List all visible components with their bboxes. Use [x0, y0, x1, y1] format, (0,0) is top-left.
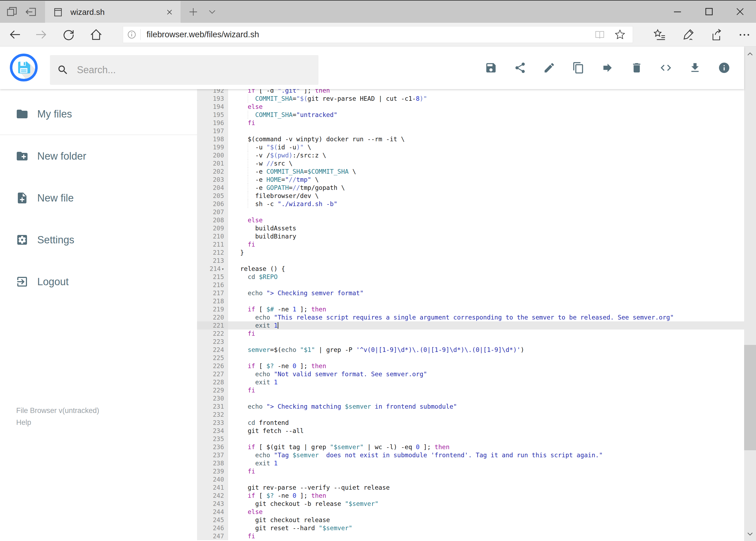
code-line[interactable]: 216 — [197, 281, 744, 289]
filebrowser-logo[interactable] — [10, 54, 38, 82]
code-line[interactable]: 223 — [197, 337, 744, 346]
code-line[interactable]: 246 git reset --hard "$semver" — [197, 524, 744, 532]
new-tab-button[interactable] — [186, 5, 200, 19]
scroll-down-button[interactable] — [744, 528, 756, 540]
code-line[interactable]: 236 if [ $(git tag | grep "$semver" | wc… — [197, 443, 744, 451]
delete-button[interactable] — [630, 62, 643, 74]
sidebar-item-my-files[interactable]: My files — [0, 101, 197, 127]
code-line[interactable]: 247 fi — [197, 532, 744, 540]
code-line[interactable]: 242 if [ $? -ne 0 ]; then — [197, 492, 744, 500]
set-aside-tabs-button[interactable] — [24, 5, 38, 19]
code-line[interactable]: 215 cd $REPO — [197, 273, 744, 281]
sidebar-item-new-file[interactable]: New file — [0, 185, 197, 211]
code-line[interactable]: 207 — [197, 208, 744, 216]
page-scrollbar[interactable] — [744, 46, 756, 541]
download-button[interactable] — [689, 62, 701, 74]
code-line[interactable]: 226 if [ $? -ne 0 ]; then — [197, 362, 744, 370]
code-line[interactable]: 230 — [197, 394, 744, 402]
code-line[interactable]: 221 exit 1 — [197, 321, 744, 329]
switch-editor-button[interactable] — [660, 62, 672, 74]
forward-button[interactable] — [35, 28, 48, 41]
code-line[interactable]: 212} — [197, 249, 744, 257]
site-info-icon[interactable] — [127, 30, 136, 39]
code-line[interactable]: 210 buildBinary — [197, 232, 744, 241]
help-link[interactable]: Help — [16, 416, 99, 428]
share-button[interactable] — [514, 62, 526, 74]
close-tab-icon[interactable] — [164, 7, 175, 17]
address-bar[interactable]: filebrowser.web/files/wizard.sh — [123, 26, 633, 43]
copy-button[interactable] — [572, 62, 585, 74]
code-line[interactable]: 243 git checkout -b release "$semver" — [197, 500, 744, 508]
code-line[interactable]: 231 echo "> Checking matching $semver in… — [197, 402, 744, 410]
code-line[interactable]: 193 COMMIT_SHA="$(git rev-parse HEAD | c… — [197, 95, 744, 103]
code-line[interactable]: 239 fi — [197, 467, 744, 475]
search-input[interactable] — [76, 64, 299, 76]
info-button[interactable] — [718, 62, 730, 74]
code-line[interactable]: 240 — [197, 475, 744, 483]
code-line[interactable]: 214▾release () { — [197, 265, 744, 273]
more-menu-button[interactable] — [738, 28, 751, 41]
sidebar-item-new-folder[interactable]: New folder — [0, 144, 197, 169]
refresh-button[interactable] — [62, 28, 75, 41]
code-line[interactable]: 219 if [ $# -ne 1 ]; then — [197, 305, 744, 313]
code-line[interactable]: 195 COMMIT_SHA="untracked" — [197, 111, 744, 119]
code-line[interactable]: 209 buildAssets — [197, 224, 744, 232]
code-editor[interactable]: 192 if [ -d ".git" ]; then193 COMMIT_SHA… — [197, 89, 744, 541]
code-line[interactable]: 204 -e GOPATH=//tmp/gopath \ — [197, 184, 744, 192]
code-line[interactable]: 201 -w //src \ — [197, 159, 744, 168]
code-line[interactable]: 233 cd frontend — [197, 419, 744, 427]
code-line[interactable]: 194 else — [197, 103, 744, 111]
code-line[interactable]: 198 $(command -v winpty) docker run --rm… — [197, 135, 744, 143]
move-button[interactable] — [601, 62, 614, 74]
sidebar-item-logout[interactable]: Logout — [0, 269, 197, 294]
code-line[interactable]: 220 echo "This release script requires a… — [197, 313, 744, 321]
url-text[interactable]: filebrowser.web/files/wizard.sh — [146, 30, 594, 39]
code-line[interactable]: 232 — [197, 410, 744, 419]
code-line[interactable]: 202 -e COMMIT_SHA=$COMMIT_SHA \ — [197, 168, 744, 176]
reading-view-icon[interactable] — [594, 29, 605, 40]
code-line[interactable]: 211 fi — [197, 241, 744, 249]
code-line[interactable]: 222 fi — [197, 329, 744, 337]
code-line[interactable]: 224 semver=$(echo "$1" | grep -P '^v(0|[… — [197, 346, 744, 354]
tab-preview-button[interactable] — [5, 5, 19, 19]
minimize-button[interactable] — [664, 1, 690, 23]
code-line[interactable]: 196 fi — [197, 119, 744, 127]
code-line[interactable]: 241 git rev-parse --verify --quiet relea… — [197, 483, 744, 492]
sidebar-item-settings[interactable]: Settings — [0, 227, 197, 253]
code-line[interactable]: 199 -u "$(id -u)" \ — [197, 143, 744, 151]
code-line[interactable]: 206 sh -c "./wizard.sh -b" — [197, 200, 744, 208]
tab-list-button[interactable] — [205, 5, 219, 19]
code-line[interactable]: 213 — [197, 257, 744, 265]
code-line[interactable]: 227 echo "Not valid semver format. See s… — [197, 370, 744, 378]
search-bar[interactable] — [50, 55, 319, 85]
code-line[interactable]: 229 fi — [197, 386, 744, 394]
code-line[interactable]: 225 — [197, 354, 744, 362]
code-line[interactable]: 200 -v /$(pwd):/src:z \ — [197, 151, 744, 159]
save-button[interactable] — [485, 62, 497, 74]
code-line[interactable]: 197 — [197, 127, 744, 135]
code-line[interactable]: 217 echo "> Checking semver format" — [197, 289, 744, 297]
annotate-button[interactable] — [681, 28, 694, 41]
code-line[interactable]: 245 git checkout release — [197, 516, 744, 524]
home-button[interactable] — [90, 28, 103, 41]
add-favorite-star-icon[interactable] — [614, 29, 626, 40]
code-line[interactable]: 205 filebrowser/dev \ — [197, 192, 744, 200]
maximize-button[interactable] — [696, 1, 722, 23]
close-window-button[interactable] — [727, 1, 753, 23]
code-line[interactable]: 237 echo "Tag $semver does not exist in … — [197, 451, 744, 459]
code-line[interactable]: 244 else — [197, 508, 744, 516]
favorites-hub-button[interactable] — [653, 28, 666, 41]
rename-button[interactable] — [543, 62, 556, 74]
share-page-button[interactable] — [710, 28, 722, 41]
back-button[interactable] — [8, 28, 21, 41]
code-line[interactable]: 238 exit 1 — [197, 459, 744, 467]
browser-tab[interactable]: wizard.sh — [45, 1, 180, 23]
scrollbar-thumb[interactable] — [744, 345, 756, 450]
code-line[interactable]: 228 exit 1 — [197, 378, 744, 386]
scroll-up-button[interactable] — [744, 48, 756, 60]
code-line[interactable]: 192 if [ -d ".git" ]; then — [197, 89, 744, 95]
code-line[interactable]: 234 git fetch --all — [197, 427, 744, 435]
code-line[interactable]: 235 — [197, 435, 744, 443]
code-line[interactable]: 218 — [197, 297, 744, 305]
code-line[interactable]: 203 -e HOME="//tmp" \ — [197, 176, 744, 184]
